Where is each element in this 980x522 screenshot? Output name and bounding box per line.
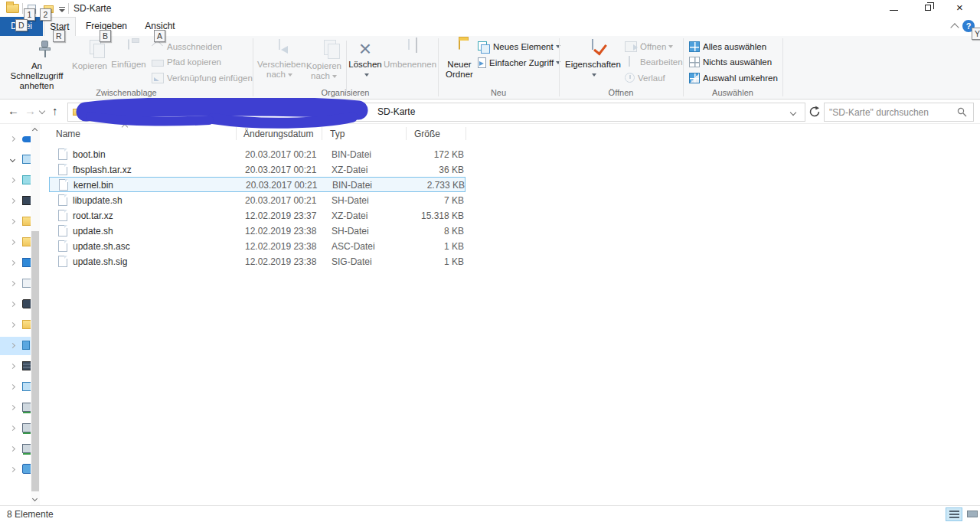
chevron-right-icon[interactable] (10, 302, 15, 307)
sidebar-item-this-pc[interactable] (0, 151, 31, 169)
customize-quick-access-button[interactable] (59, 7, 65, 12)
chevron-right-icon[interactable] (10, 281, 15, 286)
select-all-button[interactable]: Alles auswählen (689, 39, 766, 54)
sidebar-scrollbar[interactable] (31, 124, 40, 505)
sidebar-item-os-disk[interactable] (0, 357, 31, 376)
chevron-right-icon[interactable] (10, 240, 15, 245)
sidebar-item-network-pc[interactable] (0, 399, 31, 417)
column-header-type[interactable]: Typ (330, 126, 345, 142)
pin-to-quick-access-button[interactable]: An Schnellzugriffanheften (4, 37, 70, 87)
dropdown-icon (592, 73, 596, 77)
file-size: 1 KB (386, 241, 464, 252)
new-item-button[interactable]: Neues Element (478, 39, 560, 54)
column-header-size[interactable]: Größe (414, 126, 440, 142)
address-location-icon (73, 109, 83, 116)
keytip-view: A (154, 30, 165, 42)
table-row-selected[interactable]: kernel.bin 20.03.2017 00:21 BIN-Datei 2.… (49, 177, 466, 192)
search-icon[interactable] (957, 107, 967, 117)
column-divider[interactable] (322, 127, 322, 140)
sidebar-item-data-disk[interactable] (0, 378, 31, 396)
copy-button: Kopieren (71, 37, 108, 87)
easy-access-button[interactable]: Einfacher Zugriff (478, 55, 560, 70)
sidebar-item-network-pc[interactable] (0, 419, 31, 438)
table-row[interactable]: root.tar.xz 12.02.2019 23:37 XZ-Datei 15… (49, 208, 466, 223)
details-view-button[interactable] (946, 507, 962, 521)
chevron-right-icon[interactable] (10, 446, 15, 452)
dropdown-icon (364, 73, 369, 77)
sidebar-item-pictures[interactable] (0, 254, 31, 272)
sidebar-item-network-pc[interactable] (0, 440, 31, 458)
invert-selection-button[interactable]: Auswahl umkehren (689, 70, 778, 85)
column-header-name[interactable]: Name (56, 126, 80, 142)
window-title: SD-Karte (74, 3, 111, 14)
select-none-icon (689, 57, 700, 67)
file-type: SH-Datei (332, 195, 369, 206)
address-dropdown-icon[interactable] (790, 109, 796, 116)
table-row[interactable]: update.sh.asc 12.02.2019 23:38 ASC-Datei… (49, 239, 466, 254)
chevron-right-icon[interactable] (10, 467, 15, 472)
back-button[interactable]: ← (8, 104, 19, 117)
sidebar-item-onedrive[interactable] (0, 130, 31, 148)
breadcrumb[interactable]: SD-Karte (377, 106, 415, 117)
chevron-right-icon[interactable] (10, 384, 15, 390)
address-bar[interactable]: SD-Karte (67, 103, 805, 122)
chevron-right-icon[interactable] (10, 260, 15, 266)
select-none-button[interactable]: Nichts auswählen (689, 54, 772, 69)
chevron-right-icon[interactable] (10, 198, 15, 204)
chevron-down-icon[interactable] (10, 157, 15, 162)
restore-icon (925, 5, 931, 11)
column-divider[interactable] (236, 127, 237, 140)
separator (22, 3, 23, 14)
sidebar-item-sd-card[interactable] (0, 337, 31, 355)
file-size: 2.733 KB (387, 180, 465, 191)
close-button[interactable]: × (946, 0, 980, 17)
sidebar-item-folder[interactable] (0, 316, 31, 334)
sidebar-item-network[interactable] (0, 461, 31, 479)
table-row[interactable]: update.sh 12.02.2019 23:38 SH-Datei 8 KB (49, 223, 466, 239)
sidebar-item-desktop[interactable] (0, 192, 31, 210)
scroll-up-icon[interactable] (32, 128, 38, 133)
chevron-right-icon[interactable] (10, 136, 15, 142)
dropdown-icon (288, 73, 292, 77)
properties-button[interactable]: Eigenschaften (565, 37, 620, 87)
collapse-ribbon-icon[interactable] (950, 23, 959, 31)
sidebar-item-videos[interactable] (0, 275, 31, 293)
table-row[interactable]: update.sh.sig 12.02.2019 23:38 SIG-Datei… (49, 254, 466, 269)
table-row[interactable]: libupdate.sh 20.03.2017 00:21 SH-Datei 7… (49, 193, 466, 208)
file-size: 172 KB (386, 149, 464, 160)
recent-locations-icon[interactable] (39, 108, 45, 114)
chevron-right-icon[interactable] (10, 322, 15, 328)
group-divider (782, 38, 783, 96)
keytip-qat-2: 2 (40, 8, 51, 21)
chevron-right-icon[interactable] (10, 343, 15, 348)
delete-button[interactable]: × Löschen (348, 37, 382, 87)
sort-ascending-icon (122, 124, 128, 130)
sidebar-item-music[interactable] (0, 295, 31, 314)
icons-view-button[interactable] (964, 507, 980, 521)
group-divider (346, 41, 347, 91)
sidebar-item-downloads[interactable] (0, 233, 31, 252)
sidebar-item-documents[interactable] (0, 213, 31, 231)
chevron-right-icon[interactable] (10, 364, 15, 369)
search-input[interactable] (829, 104, 952, 120)
chevron-right-icon[interactable] (10, 405, 15, 410)
chevron-right-icon[interactable] (10, 178, 15, 183)
up-button[interactable]: ↑ (52, 104, 58, 117)
group-label-open: Öffnen (559, 88, 683, 99)
scrollbar-thumb[interactable] (31, 231, 39, 491)
file-name: update.sh (73, 226, 113, 237)
minimize-button[interactable] (877, 0, 911, 17)
chevron-right-icon[interactable] (10, 426, 15, 431)
column-divider[interactable] (466, 127, 466, 140)
scroll-down-icon[interactable] (32, 496, 38, 501)
new-folder-button[interactable]: NeuerOrdner (443, 37, 476, 87)
restore-button[interactable] (911, 0, 946, 17)
column-header-date[interactable]: Änderungsdatum (243, 126, 313, 142)
column-divider[interactable] (406, 127, 407, 140)
chevron-right-icon[interactable] (10, 219, 15, 224)
history-icon (625, 73, 635, 83)
refresh-icon[interactable] (808, 106, 821, 118)
table-row[interactable]: boot.bin 20.03.2017 00:21 BIN-Datei 172 … (49, 147, 466, 162)
sidebar-item-3d-objects[interactable] (0, 171, 31, 190)
table-row[interactable]: fbsplash.tar.xz 20.03.2017 00:21 XZ-Date… (49, 162, 466, 178)
